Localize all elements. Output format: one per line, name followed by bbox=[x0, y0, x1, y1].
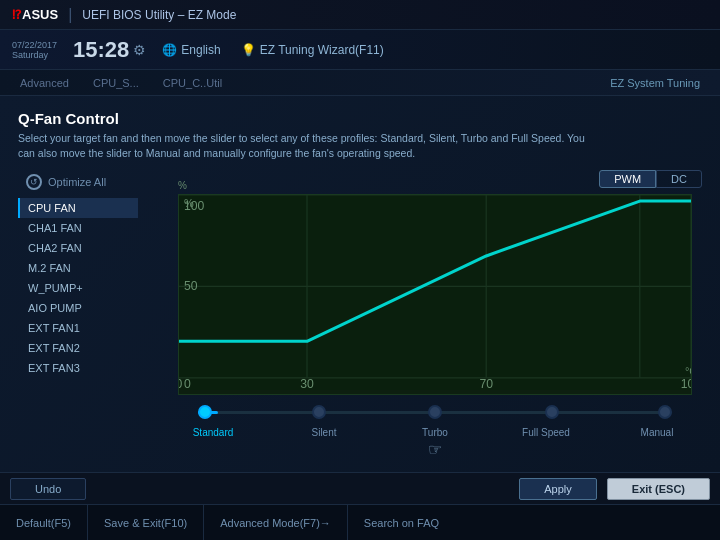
fan-item-ext2[interactable]: EXT FAN2 bbox=[18, 338, 138, 358]
fan-item-m2[interactable]: M.2 FAN bbox=[18, 258, 138, 278]
gear-icon[interactable]: ⚙ bbox=[133, 42, 146, 58]
nav-tabs: Advanced CPU_S... CPU_C..Util EZ System … bbox=[0, 70, 720, 96]
footer-advanced-label: Advanced Mode(F7)→ bbox=[220, 517, 331, 529]
slider-dot-fullspeed[interactable] bbox=[545, 405, 559, 419]
svg-text:70: 70 bbox=[479, 377, 493, 390]
fan-item-cha1[interactable]: CHA1 FAN bbox=[18, 218, 138, 238]
undo-button[interactable]: Undo bbox=[10, 478, 86, 500]
svg-text:%: % bbox=[184, 198, 194, 210]
tab-ez-system[interactable]: EZ System Tuning bbox=[598, 70, 712, 95]
footer-save-label: Save & Exit(F10) bbox=[104, 517, 187, 529]
svg-text:0: 0 bbox=[179, 377, 183, 390]
pwm-dc-toggle: PWM DC bbox=[150, 170, 702, 188]
language-button[interactable]: 🌐 English bbox=[162, 43, 220, 57]
footer-bar: Default(F5) Save & Exit(F10) Advanced Mo… bbox=[0, 504, 720, 540]
language-label: English bbox=[181, 43, 220, 57]
svg-text:°C: °C bbox=[685, 366, 691, 378]
fan-list: ↺ Optimize All CPU FAN CHA1 FAN CHA2 FAN… bbox=[18, 170, 138, 458]
svg-text:30: 30 bbox=[300, 377, 314, 390]
fan-item-wpump[interactable]: W_PUMP+ bbox=[18, 278, 138, 298]
chart-wrapper: % bbox=[178, 194, 692, 374]
slider-labels: Standard Silent Turbo Full Speed Manual bbox=[188, 427, 682, 438]
slider-dot-standard[interactable] bbox=[198, 405, 212, 419]
qfan-content: ↺ Optimize All CPU FAN CHA1 FAN CHA2 FAN… bbox=[18, 170, 702, 458]
svg-text:100: 100 bbox=[681, 377, 691, 390]
label-standard: Standard bbox=[188, 427, 238, 438]
header: ⁉ASUS | UEFI BIOS Utility – EZ Mode bbox=[0, 0, 720, 30]
dc-button[interactable]: DC bbox=[656, 170, 702, 188]
label-turbo: Turbo bbox=[410, 427, 460, 438]
slider-dot-manual[interactable] bbox=[658, 405, 672, 419]
logo: ⁉ASUS bbox=[12, 7, 58, 22]
optimize-all-button[interactable]: ↺ Optimize All bbox=[18, 170, 138, 194]
footer-faq[interactable]: Search on FAQ bbox=[348, 505, 455, 540]
panel-title: Q-Fan Control bbox=[18, 110, 702, 127]
tab-cpu-c[interactable]: CPU_C..Util bbox=[151, 70, 234, 95]
ez-tuning-wizard-button[interactable]: 💡 EZ Tuning Wizard(F11) bbox=[241, 43, 384, 57]
time-display: 15:28 bbox=[73, 37, 129, 63]
datetime-bar: 07/22/2017 Saturday 15:28 ⚙ 🌐 English 💡 … bbox=[0, 30, 720, 70]
footer-faq-label: Search on FAQ bbox=[364, 517, 439, 529]
footer-default-label: Default(F5) bbox=[16, 517, 71, 529]
day-text: Saturday bbox=[12, 50, 57, 60]
footer-save-exit[interactable]: Save & Exit(F10) bbox=[88, 505, 204, 540]
slider-dot-turbo[interactable] bbox=[428, 405, 442, 419]
svg-text:0: 0 bbox=[184, 377, 191, 390]
svg-rect-0 bbox=[179, 195, 691, 390]
fan-item-ext1[interactable]: EXT FAN1 bbox=[18, 318, 138, 338]
pwm-button[interactable]: PWM bbox=[599, 170, 656, 188]
apply-button[interactable]: Apply bbox=[519, 478, 597, 500]
profile-slider[interactable]: Standard Silent Turbo Full Speed Manual … bbox=[178, 403, 692, 459]
panel-description: Select your target fan and then move the… bbox=[18, 131, 598, 160]
fan-curve-chart[interactable]: 100 50 0 0 30 70 100 °C % bbox=[178, 194, 692, 395]
label-silent: Silent bbox=[299, 427, 349, 438]
svg-text:50: 50 bbox=[184, 279, 198, 293]
globe-icon: 🌐 bbox=[162, 43, 177, 57]
datetime: 07/22/2017 Saturday bbox=[12, 40, 57, 60]
tab-advanced[interactable]: Advanced bbox=[8, 70, 81, 95]
lightbulb-icon: 💡 bbox=[241, 43, 256, 57]
label-manual: Manual bbox=[632, 427, 682, 438]
exit-button[interactable]: Exit (ESC) bbox=[607, 478, 710, 500]
footer-advanced[interactable]: Advanced Mode(F7)→ bbox=[204, 505, 348, 540]
fan-item-cha2[interactable]: CHA2 FAN bbox=[18, 238, 138, 258]
footer-default[interactable]: Default(F5) bbox=[16, 505, 88, 540]
date-text: 07/22/2017 bbox=[12, 40, 57, 50]
fan-item-cpu[interactable]: CPU FAN bbox=[18, 198, 138, 218]
wizard-label: EZ Tuning Wizard(F11) bbox=[260, 43, 384, 57]
bottom-buttons: Undo Apply Exit (ESC) bbox=[0, 472, 720, 504]
optimize-icon: ↺ bbox=[26, 174, 42, 190]
cursor-hint: ☞ bbox=[178, 440, 692, 459]
fan-item-aio[interactable]: AIO PUMP bbox=[18, 298, 138, 318]
chart-area: PWM DC % bbox=[150, 170, 702, 458]
y-axis-label: % bbox=[178, 180, 187, 191]
label-fullspeed: Full Speed bbox=[521, 427, 571, 438]
optimize-label: Optimize All bbox=[48, 176, 106, 188]
main-content: Q-Fan Control Select your target fan and… bbox=[0, 96, 720, 472]
header-title: UEFI BIOS Utility – EZ Mode bbox=[82, 8, 236, 22]
fan-item-ext3[interactable]: EXT FAN3 bbox=[18, 358, 138, 378]
tab-cpu-s[interactable]: CPU_S... bbox=[81, 70, 151, 95]
slider-dot-silent[interactable] bbox=[312, 405, 326, 419]
